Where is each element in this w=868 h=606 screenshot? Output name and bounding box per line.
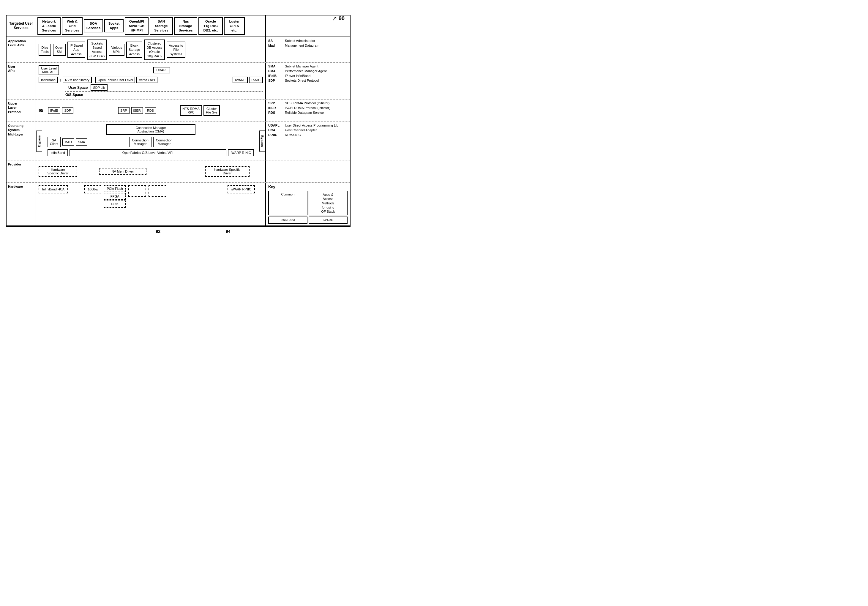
app-apis-label: ApplicationLevel APIs bbox=[6, 37, 36, 62]
service-socket-apps: SocketApps bbox=[104, 19, 124, 33]
api-open-sm: OpenSM bbox=[53, 44, 66, 56]
api-clustered-db: ClusteredDB Access(Oracle10g RAC) bbox=[144, 40, 164, 60]
os-space-label: O/S Space bbox=[65, 93, 83, 97]
app-apis-section: ApplicationLevel APIs DiagTools OpenSM I… bbox=[6, 37, 350, 63]
ipoib-box: IPoIB bbox=[48, 107, 60, 114]
bottom-refs: 92 94 bbox=[6, 229, 350, 234]
conn-manager-2: ConnectionManager bbox=[153, 136, 175, 147]
key-iwarp: iWARP bbox=[308, 217, 348, 224]
top-services-area: Network& FabricServices Web &GridService… bbox=[36, 15, 265, 37]
service-openmpi: OpenMPIMVAPICHHP-MPI bbox=[125, 17, 149, 35]
srp-box: SRP bbox=[118, 107, 130, 114]
legend-rnic: R-NIC RDMA NIC bbox=[268, 133, 347, 136]
service-network-fabric: Network& FabricServices bbox=[37, 17, 60, 35]
legend-sa-abbr: SA bbox=[268, 39, 283, 42]
legend-rds: RDS Reliable Datagram Service bbox=[268, 111, 347, 115]
ref-95: 95 bbox=[39, 108, 43, 113]
bypass-left: Bypass bbox=[36, 130, 42, 152]
api-various-mpis: VariousMPIs bbox=[109, 44, 124, 56]
service-luster: LusterGPFSetc. bbox=[224, 17, 245, 35]
legend-ipoib: IPoIB IP over infiniBand bbox=[268, 74, 347, 77]
verbs-api: Verbs / API bbox=[136, 77, 157, 83]
sdp-box: SDP bbox=[62, 107, 73, 114]
nv-mem-driver: NV-Mem Driver bbox=[99, 168, 146, 175]
user-space-label: User Space bbox=[68, 85, 88, 90]
ref-94: 94 bbox=[226, 229, 231, 234]
hardware-label: Hardware bbox=[6, 183, 36, 225]
provider-label: Provider bbox=[6, 160, 36, 182]
cluster-file-sys: ClusterFile Sys bbox=[203, 105, 220, 116]
empty-dashed-2 bbox=[149, 185, 166, 197]
api-diag-tools: DiagTools bbox=[39, 44, 51, 56]
sma-box: SMA bbox=[76, 138, 88, 146]
nfs-rdma-box: NFS-RDMARPC bbox=[180, 105, 202, 116]
service-oracle: Oracle11g RACDB2, etc. bbox=[198, 17, 223, 35]
service-san: SANStorageServices bbox=[150, 17, 173, 35]
api-ip-based: IP BasedAppAccess bbox=[67, 42, 85, 58]
nvm-user-library: NVM user library bbox=[63, 77, 92, 83]
upper-layer-section: UpperLayerProtocol 95 IPoIB SDP SRP iSER… bbox=[6, 99, 350, 122]
pcie-flash-group: PCIe Flash FPGA PCIe bbox=[104, 185, 126, 208]
legend-iser: iSER iSCSI RDMA Protocol (Initiator) bbox=[268, 106, 347, 110]
key-infiniband: InfiniBand bbox=[268, 217, 307, 224]
rds-box: RDS bbox=[145, 107, 156, 114]
legend-top-spacer bbox=[265, 15, 350, 37]
api-sockets-based: SocketsBasedAccess(IBM DB2) bbox=[87, 40, 107, 60]
hardware-content: InfiniBand HCA 10GbE PCIe Flash FPGA PCI… bbox=[36, 183, 265, 225]
legend-app-apis: SA Subnet Administrator Mad Management D… bbox=[265, 37, 350, 62]
bypass-right: Bypass bbox=[259, 130, 265, 152]
ref-92: 92 bbox=[156, 229, 160, 234]
user-apis-content: User LevelMAD API UDAPL InfiniBand ↓ NVM… bbox=[36, 63, 265, 99]
key-grid: Common Apps &AccessMethodsfor usingOF St… bbox=[268, 191, 347, 224]
rnic-box-user: R-NIC bbox=[249, 77, 263, 83]
key-apps-access: Apps &AccessMethodsfor usingOF Stack bbox=[308, 191, 348, 215]
key-title: Key bbox=[268, 184, 347, 189]
iwarp-rnic-hw: iWARP R-NIC bbox=[228, 185, 255, 194]
user-apis-label: UserAPIs bbox=[6, 63, 36, 99]
mad-box: MAD bbox=[62, 138, 74, 146]
legend-srp: SRP SCSI RDMA Protocol (Initiator) bbox=[268, 101, 347, 105]
10gbe-box: 10GbE bbox=[84, 185, 101, 194]
empty-dashed-1 bbox=[128, 185, 146, 197]
service-soa: SOAServices bbox=[84, 19, 103, 33]
legend-os-midlayer: UDAPL User Direct Access Programming Lib… bbox=[265, 122, 350, 160]
arrow-nvm: ↓ bbox=[59, 77, 62, 82]
legend-sa-desc: Subnet Administrator bbox=[285, 39, 315, 42]
hardware-section: Hardware InfiniBand HCA 10GbE PCIe Flash… bbox=[6, 183, 350, 226]
os-midlayer-content: Bypass Bypass Connection ManagerAbstract… bbox=[36, 122, 265, 160]
infiniband-box-user: InfiniBand bbox=[39, 77, 58, 83]
legend-hca: HCA Host Channel Adapter bbox=[268, 128, 347, 132]
cma-box: Connection ManagerAbstraction (CMA) bbox=[106, 124, 195, 135]
legend-udapl: UDAPL User Direct Access Programming Lib bbox=[268, 124, 347, 127]
openfabrics-os-level: OpenFabrics O/S Level Verbs / API bbox=[70, 149, 226, 156]
iser-box: iSER bbox=[131, 107, 143, 114]
pcie-flash-box: PCIe Flash bbox=[104, 185, 126, 192]
conn-manager-1: ConnectionManager bbox=[129, 136, 152, 147]
legend-sdp: SDP Sockets Direct Protocol bbox=[268, 79, 347, 82]
iwarp-box-user: iWARP bbox=[232, 77, 248, 83]
iwarp-rnic-bar: iWARP R-NIC bbox=[228, 149, 254, 156]
hw-specific-driver-1: HardwareSpecific Driver bbox=[39, 166, 77, 177]
infiniband-hca: InfiniBand HCA bbox=[39, 185, 68, 194]
legend-user-apis: SMA Subnet Manager Agent PMA Performance… bbox=[265, 63, 350, 99]
hw-specific-driver-2: Hardware SpecificDriver bbox=[205, 166, 250, 177]
legend-sma: SMA Subnet Manager Agent bbox=[268, 65, 347, 68]
legend-upper-layer: SRP SCSI RDMA Protocol (Initiator) iSER … bbox=[265, 99, 350, 121]
os-midlayer-section: OperatingSystemMid-Layer Bypass Bypass C… bbox=[6, 122, 350, 160]
user-apis-section: UserAPIs User LevelMAD API UDAPL InfiniB… bbox=[6, 63, 350, 99]
legend-mad: Mad Management Datagram bbox=[268, 44, 347, 47]
main-diagram: Targeted User Services Network& FabricSe… bbox=[6, 15, 350, 227]
fpga-box: FPGA bbox=[104, 193, 126, 200]
sa-client-box: SAClient bbox=[48, 136, 60, 147]
service-web-grid: Web &GridServices bbox=[62, 17, 82, 35]
app-apis-content: DiagTools OpenSM IP BasedAppAccess Socke… bbox=[36, 37, 265, 62]
key-common: Common bbox=[268, 191, 307, 215]
legend-mad-abbr: Mad bbox=[268, 44, 283, 47]
os-midlayer-label: OperatingSystemMid-Layer bbox=[6, 122, 36, 160]
openfabrics-user-level: OpenFabrics User Level bbox=[95, 77, 135, 83]
infiniband-bar: InfiniBand bbox=[48, 149, 68, 156]
udapl-box: UDAPL bbox=[153, 67, 170, 73]
user-level-mad-api: User LevelMAD API bbox=[39, 65, 59, 75]
legend-pma: PMA Performance Manager Agent bbox=[268, 69, 347, 73]
legend-hardware: Key Common Apps &AccessMethodsfor usingO… bbox=[265, 183, 350, 225]
